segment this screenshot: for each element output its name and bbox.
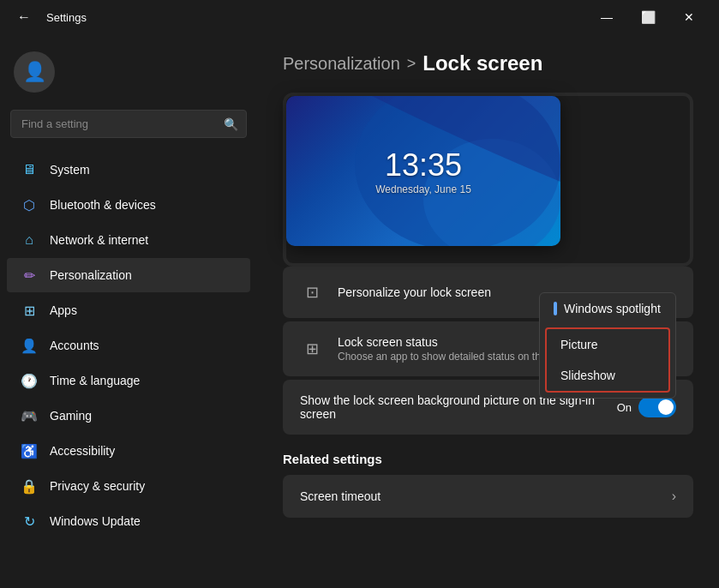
sidebar-item-accounts[interactable]: 👤 Accounts (7, 328, 250, 363)
search-bar: 🔍 (10, 110, 247, 138)
sidebar-item-bluetooth[interactable]: ⬡ Bluetooth & devices (7, 188, 250, 222)
title-bar-controls: — ⬜ ✕ (587, 3, 709, 31)
background-signin-control: On (617, 397, 676, 417)
nav-label-accessibility: Accessibility (50, 444, 115, 458)
sidebar-item-gaming[interactable]: 🎮 Gaming (7, 399, 250, 433)
sidebar-item-network[interactable]: ⌂ Network & internet (7, 223, 250, 257)
lock-screen-time: 13:35 (385, 147, 462, 183)
breadcrumb-separator: > (407, 55, 416, 73)
nav-label-apps: Apps (50, 303, 77, 317)
toggle-switch: On (617, 397, 676, 417)
nav-label-network: Network & internet (50, 233, 148, 247)
nav-icon-system: 🖥 (21, 161, 38, 178)
nav-icon-gaming: 🎮 (21, 407, 38, 424)
nav-label-privacy: Privacy & security (50, 479, 145, 493)
nav-label-accounts: Accounts (50, 339, 99, 352)
dropdown-options-box: Picture Slideshow (545, 327, 670, 393)
nav-label-gaming: Gaming (50, 409, 92, 423)
sidebar-item-apps[interactable]: ⊞ Apps (7, 293, 250, 327)
nav-icon-time: 🕐 (21, 372, 38, 389)
minimize-button[interactable]: — (587, 3, 626, 31)
nav-label-system: System (50, 163, 90, 177)
lock-screen-preview: 13:35 Wednesday, June 15 (286, 96, 560, 246)
nav-label-time: Time & language (50, 374, 140, 387)
nav-label-update: Windows Update (50, 514, 141, 528)
lock-screen-preview-wrapper: 13:35 Wednesday, June 15 (283, 93, 693, 267)
content-area: Personalization > Lock screen 13:35 Wedn… (257, 34, 719, 588)
nav-icon-bluetooth: ⬡ (21, 196, 38, 213)
nav-label-personalization: Personalization (50, 268, 132, 282)
sidebar-item-system[interactable]: 🖥 System (7, 153, 250, 187)
toggle-knob (658, 399, 674, 415)
nav-icon-apps: ⊞ (21, 302, 38, 319)
close-button[interactable]: ✕ (669, 3, 709, 31)
nav-list: 🖥 System ⬡ Bluetooth & devices ⌂ Network… (0, 152, 257, 539)
sidebar-item-update[interactable]: ↻ Windows Update (7, 504, 250, 538)
sidebar-item-personalization[interactable]: ✏ Personalization (7, 258, 250, 292)
search-icon: 🔍 (224, 117, 238, 131)
restore-button[interactable]: ⬜ (628, 3, 668, 31)
personalize-card: ⊡ Personalize your lock screen Windows s… (283, 267, 693, 318)
nav-icon-accessibility: ♿ (21, 442, 38, 459)
nav-icon-update: ↻ (21, 513, 38, 530)
sidebar: 👤 🔍 🖥 System ⬡ Bluetooth & devices ⌂ Net… (0, 34, 257, 588)
personalize-row: ⊡ Personalize your lock screen Windows s… (283, 267, 693, 318)
nav-icon-privacy: 🔒 (21, 477, 38, 495)
breadcrumb-current: Lock screen (422, 51, 542, 75)
related-items-list: Screen timeout › (283, 475, 693, 518)
related-item-label: Screen timeout (300, 489, 672, 503)
breadcrumb-parent: Personalization (283, 54, 400, 74)
nav-icon-accounts: 👤 (21, 337, 38, 354)
title-bar: ← Settings — ⬜ ✕ (0, 0, 719, 34)
dropdown-option-picture[interactable]: Picture (547, 329, 668, 360)
spotlight-selected-option[interactable]: Windows spotlight (540, 293, 675, 324)
nav-label-bluetooth: Bluetooth & devices (50, 198, 156, 212)
back-button[interactable]: ← (10, 6, 38, 28)
title-bar-title: Settings (46, 11, 87, 24)
sidebar-item-time[interactable]: 🕐 Time & language (7, 363, 250, 398)
lock-screen-date: Wednesday, June 15 (375, 183, 471, 195)
main-layout: 👤 🔍 🖥 System ⬡ Bluetooth & devices ⌂ Net… (0, 34, 719, 588)
dropdown-option-slideshow[interactable]: Slideshow (547, 360, 668, 391)
breadcrumb: Personalization > Lock screen (283, 51, 693, 75)
search-input[interactable] (10, 110, 247, 138)
avatar: 👤 (14, 51, 55, 93)
toggle-button[interactable] (638, 397, 676, 417)
title-bar-left: ← Settings (10, 6, 87, 28)
chevron-right-icon: › (672, 489, 676, 504)
lock-status-icon: ⊞ (300, 337, 324, 361)
personalize-icon: ⊡ (300, 280, 324, 304)
spotlight-dropdown: Windows spotlight Picture Slideshow (539, 292, 676, 399)
nav-icon-personalization: ✏ (21, 267, 38, 284)
nav-icon-network: ⌂ (21, 231, 38, 249)
sidebar-item-accessibility[interactable]: ♿ Accessibility (7, 434, 250, 468)
user-profile: 👤 (0, 43, 257, 110)
sidebar-item-privacy[interactable]: 🔒 Privacy & security (7, 469, 250, 503)
toggle-label: On (617, 401, 632, 414)
related-settings-title: Related settings (283, 452, 693, 466)
related-item[interactable]: Screen timeout › (283, 475, 693, 518)
